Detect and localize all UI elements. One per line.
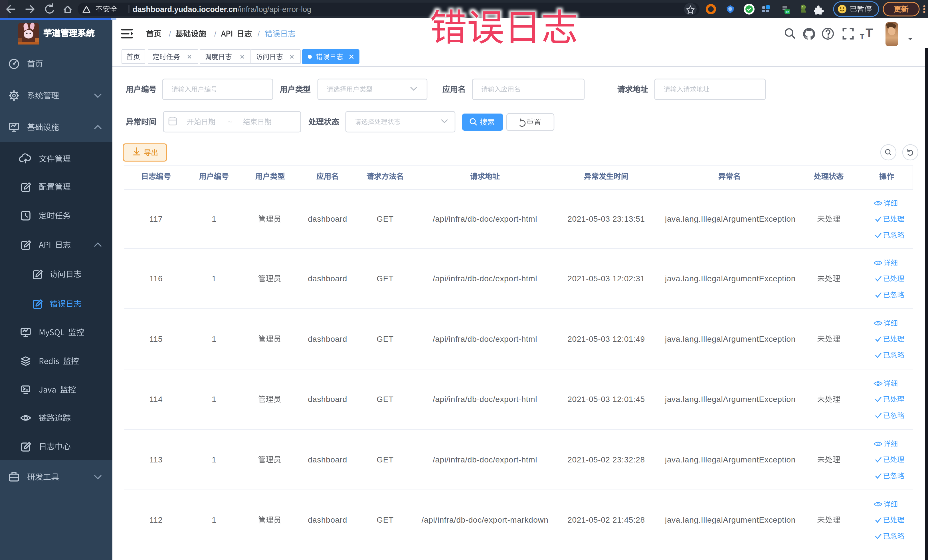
svg-text:dashboard: dashboard xyxy=(308,516,347,524)
svg-text:java.lang.IllegalArgumentExcep: java.lang.IllegalArgumentException xyxy=(665,395,796,404)
svg-text:/: / xyxy=(169,30,171,38)
svg-text:dashboard: dashboard xyxy=(308,455,347,464)
svg-text:112: 112 xyxy=(150,516,163,524)
svg-text:1: 1 xyxy=(212,335,216,343)
svg-text:~: ~ xyxy=(228,118,232,126)
svg-text:113: 113 xyxy=(150,455,163,464)
svg-text:dashboard: dashboard xyxy=(308,395,347,404)
svg-text:/api/infra/db-doc/export-html: /api/infra/db-doc/export-html xyxy=(433,335,537,343)
svg-text:/api/infra/db-doc/export-html: /api/infra/db-doc/export-html xyxy=(433,215,537,223)
svg-text:/: / xyxy=(258,30,260,38)
svg-text:/api/infra/db-doc/export-html: /api/infra/db-doc/export-html xyxy=(433,455,537,464)
svg-text:1: 1 xyxy=(212,516,216,524)
svg-text:/infra/log/api-error-log: /infra/log/api-error-log xyxy=(238,5,311,14)
svg-text:2021-05-03 12:02:31: 2021-05-03 12:02:31 xyxy=(568,274,645,283)
svg-text:1: 1 xyxy=(212,215,216,223)
svg-text:java.lang.IllegalArgumentExcep: java.lang.IllegalArgumentException xyxy=(665,335,796,343)
svg-text:/api/infra/db-doc/export-html: /api/infra/db-doc/export-html xyxy=(433,395,537,404)
svg-text:java.lang.IllegalArgumentExcep: java.lang.IllegalArgumentException xyxy=(665,274,796,283)
svg-text:116: 116 xyxy=(150,274,163,283)
svg-text:java.lang.IllegalArgumentExcep: java.lang.IllegalArgumentException xyxy=(665,516,796,524)
svg-text:T: T xyxy=(860,32,864,41)
svg-text:/: / xyxy=(214,30,217,38)
svg-text:T: T xyxy=(865,26,873,40)
svg-text:2021-05-02 23:32:28: 2021-05-02 23:32:28 xyxy=(568,455,645,464)
svg-text:1: 1 xyxy=(212,455,216,464)
svg-text:1: 1 xyxy=(212,395,216,404)
svg-text:dashboard: dashboard xyxy=(308,335,347,343)
svg-text:GET: GET xyxy=(377,215,394,223)
svg-text:dashboard.yudao.iocoder.cn: dashboard.yudao.iocoder.cn xyxy=(133,5,238,14)
svg-text:117: 117 xyxy=(150,215,163,223)
svg-text:/api/infra/db-doc/export-markd: /api/infra/db-doc/export-markdown xyxy=(422,516,549,524)
svg-text:2021-05-02 21:45:28: 2021-05-02 21:45:28 xyxy=(568,516,645,524)
svg-text:115: 115 xyxy=(150,335,163,343)
svg-text:1: 1 xyxy=(212,274,216,283)
svg-text:GET: GET xyxy=(377,335,394,343)
svg-text:on: on xyxy=(785,10,789,14)
svg-text:2021-05-03 12:01:49: 2021-05-03 12:01:49 xyxy=(568,335,645,343)
svg-text:114: 114 xyxy=(150,395,163,404)
svg-text:2021-05-03 12:01:45: 2021-05-03 12:01:45 xyxy=(568,395,645,404)
svg-text:GET: GET xyxy=(377,274,394,283)
svg-text:dashboard: dashboard xyxy=(308,274,347,283)
svg-text:dashboard: dashboard xyxy=(308,215,347,223)
svg-text:/api/infra/db-doc/export-html: /api/infra/db-doc/export-html xyxy=(433,274,537,283)
svg-text:2021-05-03 23:13:51: 2021-05-03 23:13:51 xyxy=(568,215,645,223)
svg-text:java.lang.IllegalArgumentExcep: java.lang.IllegalArgumentException xyxy=(665,455,796,464)
svg-text:GET: GET xyxy=(377,455,394,464)
svg-text:GET: GET xyxy=(377,516,394,524)
svg-text:GET: GET xyxy=(377,395,394,404)
svg-text:java.lang.IllegalArgumentExcep: java.lang.IllegalArgumentException xyxy=(665,215,796,223)
